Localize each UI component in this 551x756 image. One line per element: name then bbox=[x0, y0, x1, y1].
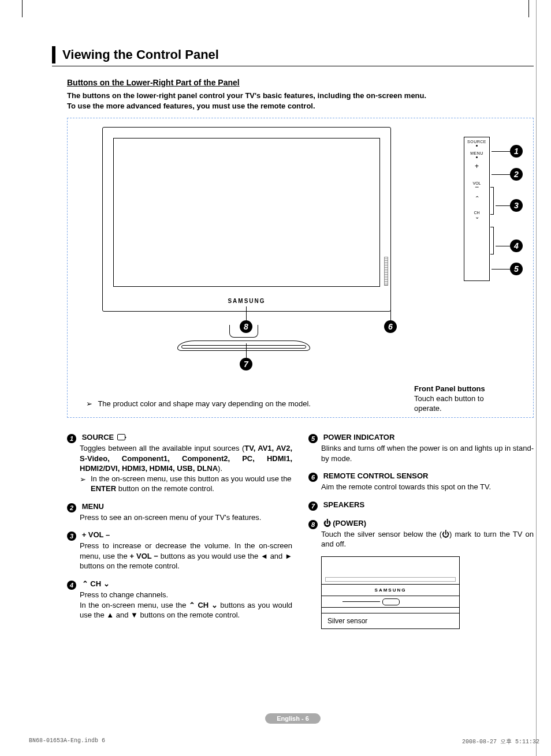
doc-footer-right: 2008-08-27 오후 5:11:32 bbox=[462, 738, 539, 746]
leader-line bbox=[246, 306, 247, 320]
diagram-note-text: The product color and shape may vary dep… bbox=[98, 399, 311, 408]
item-heading: 6 REMOTE CONTROL SENSOR bbox=[308, 471, 534, 482]
crop-mark bbox=[536, 0, 537, 756]
item-body: Aim the remote control towards this spot… bbox=[321, 482, 534, 492]
power-icon: ⏻ bbox=[323, 519, 331, 527]
sub-note: ➢ In the on-screen menu, use this button… bbox=[80, 474, 292, 494]
item-title: POWER INDICATOR bbox=[323, 433, 395, 441]
body-text: In the on-screen menu, use the bbox=[80, 601, 189, 609]
item-body: Press to see an on-screen menu of your T… bbox=[80, 512, 292, 523]
body-text: ). bbox=[218, 464, 222, 473]
crop-mark bbox=[528, 0, 529, 17]
leader-line bbox=[246, 343, 247, 358]
item-title: CH bbox=[88, 579, 103, 588]
item-title: MENU bbox=[82, 502, 104, 511]
front-panel-body: Touch each button to operate. bbox=[414, 394, 484, 413]
page-number-pill: English - 6 bbox=[52, 713, 534, 724]
item-heading: 2 MENU bbox=[67, 502, 292, 512]
item-heading: 1 SOURCE bbox=[67, 433, 292, 443]
panel-dot bbox=[476, 145, 478, 147]
silver-fig-top bbox=[322, 557, 459, 585]
bold: ⌃ CH ⌄ bbox=[189, 601, 218, 609]
leader-line bbox=[390, 295, 391, 320]
chevron-up-icon: ⌃ bbox=[82, 579, 88, 588]
bracket bbox=[490, 227, 494, 255]
tv-stand-base bbox=[177, 340, 310, 351]
leader-line bbox=[492, 151, 510, 152]
crop-mark bbox=[22, 0, 23, 17]
item-heading: 8 ⏻ (POWER) bbox=[308, 519, 534, 529]
chevron-down-icon: ⌄ bbox=[103, 579, 110, 588]
item-heading: 3 + VOL – bbox=[67, 530, 292, 541]
item-body: Toggles between all the available input … bbox=[80, 443, 292, 474]
item-title: SPEAKERS bbox=[323, 500, 365, 509]
body-text: Press to change channels. bbox=[80, 590, 168, 599]
item-vol: 3 + VOL – Press to increase or decrease … bbox=[67, 530, 292, 571]
sub-note-text: In the on-screen menu, use this button a… bbox=[91, 474, 292, 494]
panel-label-ch: CH bbox=[464, 211, 489, 215]
item-heading: 4 ⌃ CH ⌄ bbox=[67, 579, 292, 590]
badge-1: 1 bbox=[67, 434, 76, 443]
item-ch: 4 ⌃ CH ⌄ Press to change channels. In th… bbox=[67, 579, 292, 620]
item-power-indicator: 5 POWER INDICATOR Blinks and turns off w… bbox=[308, 433, 534, 463]
item-title: + VOL – bbox=[82, 530, 110, 539]
bold: + VOL − bbox=[130, 552, 158, 560]
leader-line bbox=[496, 246, 510, 246]
panel-dot bbox=[476, 156, 478, 158]
silver-fig-sensor bbox=[322, 596, 459, 608]
item-heading: 5 POWER INDICATOR bbox=[308, 433, 534, 443]
power-icon: ⏻ bbox=[442, 530, 449, 538]
item-body: Touch the silver sensor below the (⏻) ma… bbox=[321, 529, 534, 549]
item-body: Press to increase or decrease the volume… bbox=[80, 541, 292, 571]
body-text: Toggles between all the available input … bbox=[80, 444, 244, 452]
callout-3: 3 bbox=[510, 199, 523, 212]
tv-brand-logo: SAMSUNG bbox=[103, 298, 390, 304]
silver-sensor-figure: SAMSUNG Silver sensor bbox=[321, 556, 460, 629]
intro-line: To use the more advanced features, you m… bbox=[67, 102, 315, 110]
speaker-grille bbox=[384, 257, 388, 286]
callout-7: 7 bbox=[240, 358, 252, 370]
item-heading: 7 SPEAKERS bbox=[308, 500, 534, 511]
ch-symbol: ⌃ CH ⌄ bbox=[189, 601, 218, 609]
silver-sensor-label: Silver sensor bbox=[322, 613, 459, 628]
badge-6: 6 bbox=[308, 473, 318, 482]
plus-icon: + bbox=[464, 163, 489, 170]
badge-5: 5 bbox=[308, 434, 318, 443]
leader-line bbox=[496, 205, 510, 206]
source-icon bbox=[117, 434, 125, 440]
panel-label-vol: VOL bbox=[464, 181, 489, 185]
callout-4: 4 bbox=[510, 239, 523, 252]
item-speakers: 7 SPEAKERS bbox=[308, 500, 534, 511]
front-panel-title: Front Panel buttons bbox=[414, 384, 512, 394]
diagram-note: ➢ The product color and shape may vary d… bbox=[86, 399, 311, 408]
chevron-up-icon: ⌃ bbox=[464, 196, 489, 201]
leader-line bbox=[492, 174, 510, 175]
badge-4: 4 bbox=[67, 581, 76, 590]
item-body: Press to change channels. In the on-scre… bbox=[80, 590, 292, 620]
page-title: Viewing the Control Panel bbox=[62, 47, 219, 62]
item-power: 8 ⏻ (POWER) Touch the silver sensor belo… bbox=[308, 519, 534, 629]
item-title: REMOTE CONTROL SENSOR bbox=[323, 471, 429, 480]
note-arrow-icon: ➢ bbox=[80, 474, 86, 494]
badge-2: 2 bbox=[67, 503, 76, 512]
front-panel-note: Front Panel buttons Touch each button to… bbox=[414, 384, 512, 414]
tv-screen bbox=[113, 138, 380, 287]
leader-line bbox=[492, 269, 510, 270]
document-footer: BN68-01653A-Eng.indb 6 2008-08-27 오후 5:1… bbox=[29, 738, 539, 746]
subheading: Buttons on the Lower-Right Part of the P… bbox=[67, 78, 534, 87]
callout-5: 5 bbox=[510, 263, 523, 275]
note-arrow-icon: ➢ bbox=[86, 399, 92, 408]
silver-fig-base bbox=[322, 608, 459, 613]
intro-text: The buttons on the lower-right panel con… bbox=[67, 91, 534, 111]
callout-6: 6 bbox=[384, 320, 397, 333]
leader-line bbox=[342, 601, 380, 602]
side-button-panel: SOURCE MENU + − VOL ⌃ ⌄ CH bbox=[464, 137, 490, 281]
item-body: Blinks and turns off when the power is o… bbox=[321, 443, 534, 463]
body-text: Touch the silver sensor below the ( bbox=[321, 530, 442, 538]
chevron-down-icon: ⌄ bbox=[464, 214, 489, 220]
doc-footer-left: BN68-01653A-Eng.indb 6 bbox=[29, 738, 105, 746]
diagram-box: SAMSUNG SOURCE MENU + − VOL ⌃ ⌄ CH 1 2 3… bbox=[67, 118, 534, 418]
page-number-text: English - 6 bbox=[265, 713, 321, 724]
panel-label-source: SOURCE bbox=[464, 140, 489, 144]
left-column: 1 SOURCE Toggles between all the availab… bbox=[67, 433, 292, 637]
